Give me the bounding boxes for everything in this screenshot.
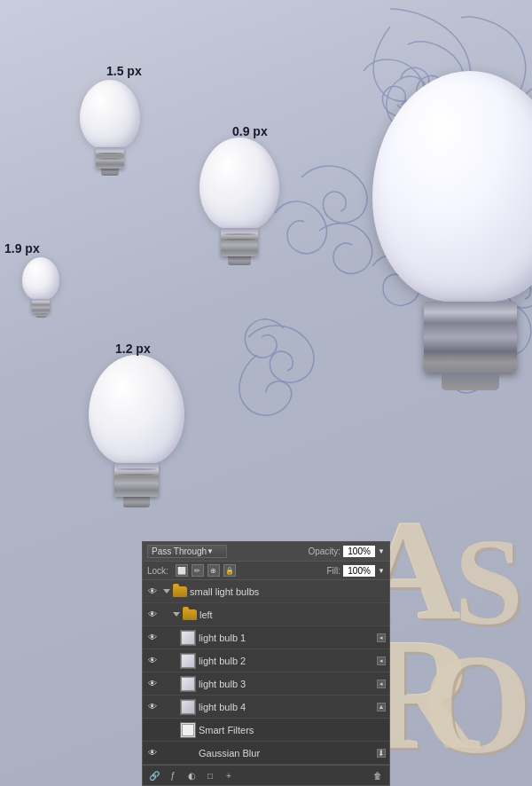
layer-options-bulb4[interactable]: ▲	[364, 703, 386, 711]
layer-options-bulb1[interactable]: ◂	[364, 633, 386, 642]
layer-options-bulb3[interactable]: ◂	[364, 680, 386, 688]
folder-icon-slb	[173, 586, 187, 597]
layer-group-small-light-bulbs[interactable]: 👁 small light bulbs	[143, 580, 389, 603]
delete-layer-icon[interactable]: 🗑	[371, 768, 385, 782]
bulb-5-giant	[372, 71, 532, 390]
smart-filters-row[interactable]: Smart Filters	[143, 719, 389, 742]
layer-options-bulb2[interactable]: ◂	[364, 656, 386, 665]
bulb-1	[80, 80, 140, 176]
bulb-2-label: 0.9 px	[232, 124, 268, 138]
bulb-1-tip	[101, 169, 119, 176]
options-icon-bulb3[interactable]: ◂	[377, 680, 386, 688]
layer-name-bulb1: light bulb 1	[199, 633, 362, 643]
visibility-icon-group-slb[interactable]: 👁	[146, 586, 159, 598]
fill-control: Fill: 100% ▼	[327, 565, 385, 577]
layer-thumb-bulb4	[180, 699, 196, 715]
bulb-4-label: 1.2 px	[115, 342, 151, 356]
add-style-icon[interactable]: ƒ	[166, 768, 180, 782]
options-icon-bulb2[interactable]: ◂	[377, 656, 386, 665]
lock-pixels-icon[interactable]: ⬜	[176, 564, 188, 577]
blend-mode-value: Pass Through	[152, 546, 207, 556]
bulb-1-glass	[80, 80, 140, 149]
layer-thumb-bulb2	[180, 653, 196, 669]
opacity-arrow[interactable]: ▼	[378, 547, 385, 555]
link-icon[interactable]: 🔗	[147, 768, 161, 782]
opacity-label: Opacity:	[308, 546, 340, 556]
new-layer-icon[interactable]: +	[222, 768, 236, 782]
group-icon[interactable]: □	[203, 768, 217, 782]
lock-fill-bar: Lock: ⬜ ✏ ⊕ 🔒 Fill: 100% ▼	[143, 562, 389, 580]
smart-filters-thumb	[180, 722, 196, 738]
bulb-3-glass	[22, 257, 59, 300]
gaussian-blur-row[interactable]: 👁 Gaussian Blur ⬇	[143, 742, 389, 765]
gaussian-blur-label: Gaussian Blur	[199, 748, 362, 758]
bulb-3-label: 1.9 px	[4, 241, 40, 255]
smart-filters-label: Smart Filters	[199, 725, 386, 735]
visibility-icon-bulb2[interactable]: 👁	[146, 655, 159, 667]
blend-opacity-bar: Pass Through ▼ Opacity: 100% ▼	[143, 542, 389, 562]
layer-name-bulb3: light bulb 3	[199, 679, 362, 689]
bulb-1-base	[96, 147, 124, 169]
blend-mode-dropdown[interactable]: Pass Through ▼	[147, 545, 227, 558]
layer-thumb-img-bulb2	[182, 655, 194, 667]
opacity-control: Opacity: 100% ▼	[308, 546, 385, 557]
visibility-icon-bulb4[interactable]: 👁	[146, 701, 159, 713]
layer-thumb-img-bulb4	[182, 701, 194, 713]
bulb-1-label: 1.5 px	[106, 64, 142, 78]
gaussian-blur-icon[interactable]: ⬇	[377, 749, 386, 758]
bulb-2	[200, 138, 279, 265]
bulb-4-base	[114, 463, 159, 497]
layer-name-bulb2: light bulb 2	[199, 656, 362, 666]
options-icon-bulb4[interactable]: ▲	[377, 703, 386, 711]
options-icon-bulb1[interactable]: ◂	[377, 633, 386, 642]
visibility-icon-group-left[interactable]: 👁	[146, 609, 159, 621]
bulb-5-tip	[442, 373, 499, 390]
bulb-5-base	[424, 302, 517, 373]
layer-name-bulb4: light bulb 4	[199, 702, 362, 712]
expand-icon-left[interactable]	[173, 612, 180, 617]
blend-mode-arrow: ▼	[207, 547, 214, 555]
bulb-4-glass	[89, 355, 184, 465]
visibility-icon-gaussian[interactable]: 👁	[146, 747, 159, 759]
layer-thumb-img-bulb3	[182, 678, 194, 690]
layer-row-bulb3[interactable]: 👁 light bulb 3 ◂	[143, 672, 389, 696]
fill-arrow[interactable]: ▼	[378, 567, 385, 575]
panel-bottom-bar: 🔗 ƒ ◐ □ + 🗑	[143, 765, 389, 785]
bulb-2-glass	[200, 138, 279, 230]
layer-name-small-light-bulbs: small light bulbs	[190, 586, 386, 597]
bulb-2-tip	[228, 256, 251, 265]
visibility-icon-bulb3[interactable]: 👁	[146, 678, 159, 690]
fill-value[interactable]: 100%	[343, 565, 375, 577]
bulb-3	[22, 257, 59, 318]
bulb-2-base	[221, 228, 258, 256]
lock-all-icon[interactable]: 🔒	[223, 564, 236, 577]
visibility-icon-bulb1[interactable]: 👁	[146, 632, 159, 644]
expand-icon-slb[interactable]	[163, 589, 170, 593]
bulb-4	[89, 355, 184, 507]
gaussian-blur-options[interactable]: ⬇	[364, 749, 386, 758]
lock-position-icon[interactable]: ✏	[192, 564, 204, 577]
letter-O: O	[422, 622, 532, 786]
fill-label: Fill:	[327, 566, 341, 576]
bulb-3-base	[32, 299, 50, 313]
layer-row-bulb2[interactable]: 👁 light bulb 2 ◂	[143, 649, 389, 672]
opacity-value[interactable]: 100%	[343, 546, 375, 557]
adjustment-icon[interactable]: ◐	[184, 768, 199, 782]
lock-label: Lock:	[147, 566, 168, 576]
layer-row-bulb1[interactable]: 👁 light bulb 1 ◂	[143, 626, 389, 649]
folder-icon-left	[183, 609, 197, 620]
layer-row-bulb4[interactable]: 👁 light bulb 4 ▲	[143, 696, 389, 719]
layer-name-left: left	[200, 609, 386, 620]
layers-panel: Pass Through ▼ Opacity: 100% ▼ Lock: ⬜ ✏…	[142, 541, 390, 786]
smart-filters-thumb-inner	[182, 724, 194, 736]
layer-thumb-bulb1	[180, 630, 196, 646]
layer-thumb-img-bulb1	[182, 632, 194, 644]
bulb-5-glass	[372, 71, 532, 302]
lock-artboard-icon[interactable]: ⊕	[207, 564, 220, 577]
bulb-3-tip	[35, 313, 47, 318]
layer-thumb-bulb3	[180, 676, 196, 692]
layer-group-left[interactable]: 👁 left	[143, 603, 389, 626]
bulb-4-tip	[123, 497, 150, 507]
